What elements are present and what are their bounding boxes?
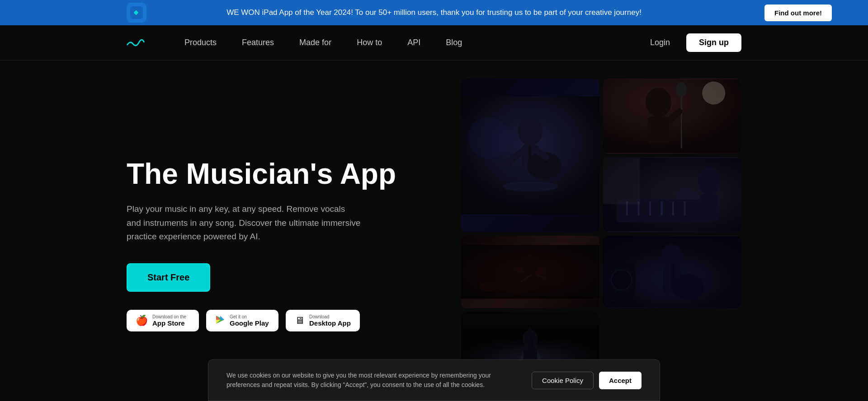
- nav-item-blog[interactable]: Blog: [433, 34, 475, 51]
- google-play-button[interactable]: Get it on Google Play: [206, 310, 278, 331]
- hero-media-grid: [443, 79, 741, 384]
- nav-actions: Login Sign up: [643, 33, 741, 52]
- hero-left: The Musician's App Play your music in an…: [127, 88, 443, 384]
- login-button[interactable]: Login: [643, 34, 677, 51]
- media-card-guitarist: [461, 79, 599, 232]
- svg-rect-31: [603, 158, 640, 204]
- app-store-name: App Store: [152, 319, 186, 327]
- logo[interactable]: [127, 37, 145, 49]
- svg-point-43: [672, 274, 704, 300]
- nav-item-made-for[interactable]: Made for: [287, 34, 344, 51]
- find-out-more-button[interactable]: Find out more!: [764, 5, 832, 21]
- cookie-banner: We use cookies on our website to give yo…: [208, 359, 660, 401]
- hero-title: The Musician's App: [127, 158, 443, 190]
- svg-point-35: [478, 281, 499, 292]
- cookie-actions: Cookie Policy Accept: [532, 372, 642, 389]
- nav-item-how-to[interactable]: How to: [344, 34, 395, 51]
- svg-point-36: [522, 254, 539, 274]
- media-card-singer: [603, 79, 741, 154]
- svg-point-13: [468, 117, 509, 159]
- desktop-name: Desktop App: [309, 319, 351, 327]
- svg-point-19: [676, 82, 687, 97]
- desktop-icon: 🖥: [295, 315, 305, 326]
- desktop-app-button[interactable]: 🖥 Download Desktop App: [286, 310, 360, 331]
- nav-item-api[interactable]: API: [395, 34, 433, 51]
- media-card-drummer: [461, 236, 599, 308]
- nav-links: Products Features Made for How to API Bl…: [172, 34, 643, 51]
- app-store-button[interactable]: 🍎 Download on the App Store: [127, 310, 199, 331]
- svg-point-16: [646, 88, 671, 117]
- svg-rect-44: [671, 264, 675, 291]
- banner-icon: [127, 3, 146, 23]
- hero-description: Play your music in any key, at any speed…: [127, 202, 362, 243]
- accept-cookies-button[interactable]: Accept: [599, 372, 642, 389]
- svg-rect-26: [661, 201, 663, 215]
- svg-point-46: [611, 270, 632, 290]
- svg-point-12: [503, 181, 558, 191]
- store-buttons: 🍎 Download on the App Store G: [127, 310, 443, 331]
- svg-rect-30: [700, 194, 718, 221]
- svg-point-34: [539, 273, 563, 287]
- navbar: Products Features Made for How to API Bl…: [0, 25, 868, 61]
- svg-line-11: [539, 152, 546, 157]
- svg-rect-25: [649, 201, 651, 215]
- signup-button[interactable]: Sign up: [686, 33, 741, 52]
- svg-point-29: [698, 167, 721, 195]
- apple-icon: 🍎: [136, 315, 148, 326]
- nav-item-features[interactable]: Features: [229, 34, 287, 51]
- svg-point-15: [702, 82, 725, 105]
- google-play-name: Google Play: [230, 319, 269, 327]
- svg-rect-28: [684, 201, 686, 215]
- top-banner: WE WON iPad App of the Year 2024! To our…: [0, 0, 868, 25]
- cookie-text: We use cookies on our website to give yo…: [226, 371, 514, 390]
- svg-marker-4: [220, 316, 224, 320]
- google-play-label: Get it on: [230, 314, 269, 319]
- svg-rect-27: [672, 201, 674, 215]
- svg-rect-9: [528, 145, 531, 169]
- media-card-producer: [603, 157, 741, 232]
- svg-point-6: [518, 117, 542, 145]
- start-free-button[interactable]: Start Free: [127, 263, 210, 292]
- app-store-label: Download on the: [152, 314, 186, 319]
- google-play-icon: [215, 315, 225, 327]
- media-card-guitarist2: [603, 236, 741, 308]
- hero-section: The Musician's App Play your music in an…: [0, 61, 868, 401]
- desktop-label: Download: [309, 314, 351, 319]
- cookie-policy-button[interactable]: Cookie Policy: [532, 372, 594, 389]
- nav-item-products[interactable]: Products: [172, 34, 229, 51]
